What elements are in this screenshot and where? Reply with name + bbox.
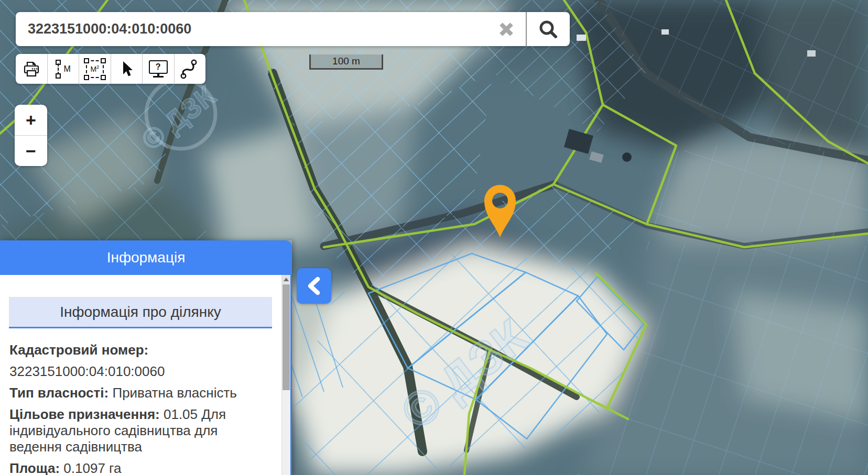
scrollbar-up-button[interactable] — [282, 275, 290, 284]
cadastral-map-app: © ДЗК © ДЗК — [0, 0, 868, 475]
cadastral-number-value: 3223151000:04:010:0060 — [9, 363, 275, 380]
purpose-row: Цільове призначення: 01.05 Для індивідуа… — [9, 406, 234, 455]
scale-bar: 100 m — [309, 54, 383, 70]
route-button[interactable] — [175, 54, 206, 84]
cursor-icon — [117, 60, 135, 79]
print-button[interactable] — [16, 54, 48, 84]
info-panel-header: Інформація — [0, 240, 292, 275]
zoom-in-button[interactable]: + — [15, 105, 47, 136]
section-title: Інформація про ділянку — [60, 304, 221, 321]
route-icon — [179, 59, 200, 80]
measure-length-button[interactable]: M — [48, 54, 80, 84]
info-panel-title: Інформація — [107, 249, 186, 266]
location-marker[interactable] — [482, 183, 518, 240]
search-bar — [16, 12, 570, 46]
collapse-panel-button[interactable] — [297, 268, 331, 304]
ownership-row: Тип власності: Приватна власність — [9, 385, 275, 401]
chevron-left-icon — [305, 275, 323, 296]
zoom-control: + − — [15, 105, 47, 166]
search-icon — [537, 18, 560, 41]
info-panel-body[interactable]: Інформація про ділянку Кадастровий номер… — [0, 275, 292, 475]
select-cursor-button[interactable] — [111, 54, 143, 84]
map-toolbar: M M2 ? — [16, 54, 205, 84]
measure-length-icon — [56, 60, 61, 79]
scrollbar-thumb[interactable] — [283, 284, 290, 390]
search-input-wrap — [16, 12, 526, 46]
identify-help-button[interactable]: ? — [143, 54, 175, 84]
section-title-box: Інформація про ділянку — [9, 297, 272, 328]
info-panel: Інформація Інформація про ділянку Кадаст… — [0, 240, 292, 475]
measure-area-button[interactable]: M2 — [79, 54, 111, 84]
clear-icon — [496, 19, 517, 40]
area-row: Площа: 0.1097 га — [9, 460, 275, 475]
search-button[interactable] — [527, 12, 570, 46]
zoom-out-button[interactable]: − — [15, 136, 47, 166]
clear-search-button[interactable] — [495, 18, 517, 40]
scale-label: 100 m — [332, 56, 360, 67]
panel-scrollbar[interactable] — [281, 275, 290, 475]
measure-area-icon: M2 — [86, 60, 104, 78]
help-screen-icon: ? — [149, 60, 168, 78]
print-icon — [21, 60, 41, 79]
search-input[interactable] — [16, 12, 526, 46]
parcel-details: Кадастровий номер: 3223151000:04:010:006… — [9, 342, 275, 475]
cadastral-number-label: Кадастровий номер: — [9, 342, 275, 358]
measure-length-label: M — [64, 64, 71, 74]
